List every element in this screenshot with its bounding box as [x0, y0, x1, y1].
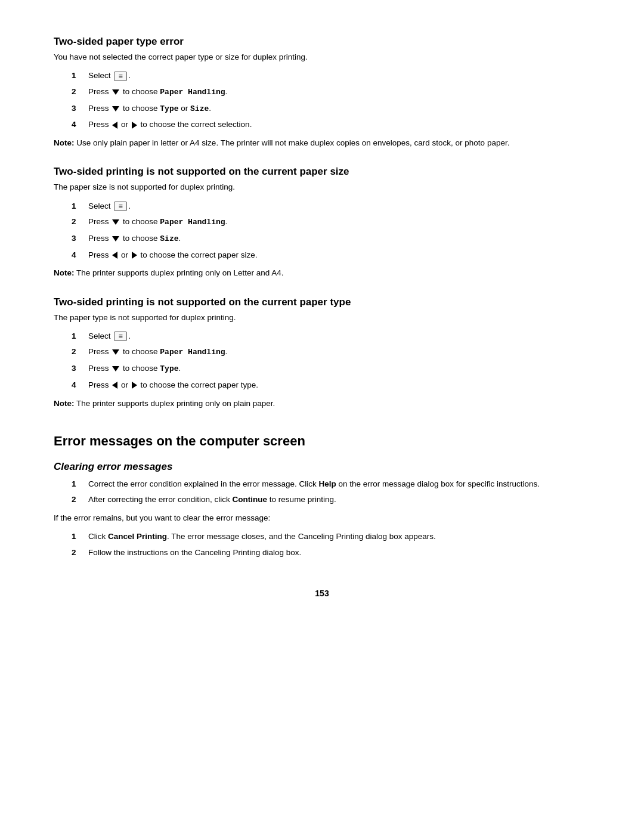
- step-3-4: 4 Press or to choose the correct paper t…: [72, 379, 590, 392]
- section-description-2: The paper size is not supported for dupl…: [54, 181, 590, 193]
- section-title-3: Two-sided printing is not supported on t…: [54, 296, 590, 308]
- step-content: Follow the instructions on the Canceling…: [88, 546, 590, 559]
- paper-handling-text: Paper Handling: [160, 348, 225, 357]
- clearing-error-title: Clearing error messages: [54, 461, 590, 473]
- step-content: Press to choose Size.: [88, 232, 590, 246]
- step-1-2: 2 Press to choose Paper Handling.: [72, 85, 590, 99]
- step-1-4: 4 Press or to choose the correct selecti…: [72, 118, 590, 131]
- page-number: 153: [315, 589, 329, 598]
- step-3-1: 1 Select .: [72, 330, 590, 343]
- step-number: 2: [72, 546, 83, 559]
- arrow-left-icon: [112, 252, 117, 259]
- error-messages-section: Error messages on the computer screen Cl…: [54, 433, 590, 559]
- step-content: After correcting the error condition, cl…: [88, 493, 590, 506]
- step-2-3: 3 Press to choose Size.: [72, 232, 590, 246]
- step-number: 4: [72, 249, 83, 262]
- step-number: 1: [72, 200, 83, 213]
- step-number: 3: [72, 102, 83, 115]
- step-content: Press to choose Paper Handling.: [88, 345, 590, 359]
- arrow-left-icon: [112, 382, 117, 389]
- step-3-3: 3 Press to choose Type.: [72, 362, 590, 376]
- steps-list-1: 1 Select . 2 Press to choose Paper Handl…: [72, 69, 590, 131]
- paper-handling-text: Paper Handling: [160, 88, 225, 97]
- step-content: Select .: [88, 69, 590, 82]
- section-two-sided-paper-type-error: Two-sided paper type error You have not …: [54, 36, 590, 149]
- type-text: Type: [160, 104, 178, 113]
- step-number: 3: [72, 362, 83, 375]
- step-number: 3: [72, 232, 83, 245]
- step-number: 4: [72, 118, 83, 131]
- size-text: Size: [190, 104, 209, 113]
- step-content: Select .: [88, 200, 590, 213]
- menu-icon: [114, 202, 127, 211]
- arrow-right-icon: [132, 252, 137, 259]
- clearing-steps-a: 1 Correct the error condition explained …: [72, 478, 590, 506]
- arrow-down-icon: [112, 236, 119, 241]
- step-number: 1: [72, 530, 83, 543]
- step-3-2: 2 Press to choose Paper Handling.: [72, 345, 590, 359]
- paper-handling-text: Paper Handling: [160, 218, 225, 227]
- steps-list-3: 1 Select . 2 Press to choose Paper Handl…: [72, 330, 590, 392]
- page-footer: 153: [54, 589, 590, 598]
- type-text: Type: [160, 364, 178, 373]
- step-number: 1: [72, 478, 83, 491]
- size-text: Size: [160, 234, 178, 243]
- step-1-1: 1 Select .: [72, 69, 590, 82]
- step-content: Press to choose Paper Handling.: [88, 215, 590, 229]
- step-2-1: 1 Select .: [72, 200, 590, 213]
- step-number: 2: [72, 493, 83, 506]
- intermediate-text: If the error remains, but you want to cl…: [54, 512, 590, 524]
- note-2: Note: The printer supports duplex printi…: [54, 267, 590, 279]
- step-content: Correct the error condition explained in…: [88, 478, 590, 491]
- step-2-4: 4 Press or to choose the correct paper s…: [72, 249, 590, 262]
- note-1: Note: Use only plain paper in letter or …: [54, 137, 590, 149]
- step-content: Select .: [88, 330, 590, 343]
- step-number: 1: [72, 69, 83, 82]
- arrow-left-icon: [112, 122, 117, 129]
- menu-icon: [114, 72, 127, 81]
- clearing-step-b-1: 1 Click Cancel Printing. The error messa…: [72, 530, 590, 543]
- clearing-steps-b: 1 Click Cancel Printing. The error messa…: [72, 530, 590, 559]
- arrow-down-icon: [112, 349, 119, 355]
- arrow-down-icon: [112, 89, 119, 95]
- clearing-step-b-2: 2 Follow the instructions on the Canceli…: [72, 546, 590, 559]
- section-description-1: You have not selected the correct paper …: [54, 51, 590, 63]
- step-content: Press or to choose the correct paper typ…: [88, 379, 590, 392]
- step-content: Press to choose Paper Handling.: [88, 85, 590, 99]
- clearing-step-a-1: 1 Correct the error condition explained …: [72, 478, 590, 491]
- arrow-right-icon: [132, 122, 137, 129]
- step-number: 4: [72, 379, 83, 392]
- note-3: Note: The printer supports duplex printi…: [54, 398, 590, 410]
- step-number: 2: [72, 345, 83, 358]
- error-section-title: Error messages on the computer screen: [54, 433, 590, 449]
- section-two-sided-printing-paper-type: Two-sided printing is not supported on t…: [54, 296, 590, 410]
- section-title-2: Two-sided printing is not supported on t…: [54, 166, 590, 178]
- step-1-3: 3 Press to choose Type or Size.: [72, 102, 590, 116]
- section-title-1: Two-sided paper type error: [54, 36, 590, 48]
- arrow-down-icon: [112, 366, 119, 371]
- step-content: Press or to choose the correct paper siz…: [88, 249, 590, 262]
- step-content: Press to choose Type.: [88, 362, 590, 376]
- arrow-right-icon: [132, 382, 137, 389]
- clearing-step-a-2: 2 After correcting the error condition, …: [72, 493, 590, 506]
- step-2-2: 2 Press to choose Paper Handling.: [72, 215, 590, 229]
- arrow-down-icon: [112, 106, 119, 112]
- arrow-down-icon: [112, 219, 119, 225]
- step-content: Click Cancel Printing. The error message…: [88, 530, 590, 543]
- section-two-sided-printing-paper-size: Two-sided printing is not supported on t…: [54, 166, 590, 279]
- step-number: 1: [72, 330, 83, 343]
- step-content: Press or to choose the correct selection…: [88, 118, 590, 131]
- section-description-3: The paper type is not supported for dupl…: [54, 312, 590, 324]
- step-number: 2: [72, 215, 83, 228]
- step-content: Press to choose Type or Size.: [88, 102, 590, 116]
- steps-list-2: 1 Select . 2 Press to choose Paper Handl…: [72, 200, 590, 262]
- menu-icon: [114, 332, 127, 341]
- step-number: 2: [72, 85, 83, 98]
